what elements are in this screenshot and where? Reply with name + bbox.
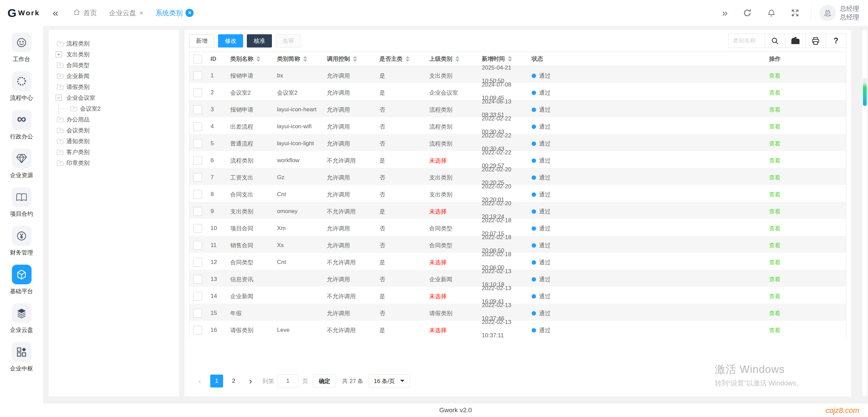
row-checkbox[interactable] — [193, 88, 202, 97]
view-link[interactable]: 查看 — [769, 309, 781, 317]
row-checkbox[interactable] — [193, 275, 202, 284]
tree-item[interactable]: +支出类别 — [56, 49, 179, 60]
close-icon[interactable]: × — [139, 10, 143, 16]
sidebar-item-企业中枢[interactable]: 企业中枢 — [10, 342, 33, 373]
page-button-2[interactable]: 2 — [227, 375, 240, 387]
column-header-4[interactable]: 调用控制 — [322, 55, 375, 63]
row-checkbox[interactable] — [193, 224, 202, 233]
row-checkbox[interactable] — [193, 207, 202, 216]
view-link[interactable]: 查看 — [769, 174, 781, 182]
user-name[interactable]: 总经理 总经理 — [840, 4, 859, 21]
view-link[interactable]: 查看 — [769, 326, 781, 334]
tab-home[interactable]: 首页 — [67, 0, 103, 26]
view-link[interactable]: 查看 — [769, 276, 781, 283]
row-checkbox[interactable] — [193, 156, 202, 165]
row-checkbox[interactable] — [193, 326, 202, 335]
column-header-3[interactable]: 类别简称 — [272, 55, 322, 63]
sort-icon[interactable] — [455, 56, 459, 62]
page-size-select[interactable]: 16 条/页 — [369, 375, 410, 387]
next-page-button[interactable]: › — [244, 375, 257, 387]
jump-page-input[interactable] — [277, 375, 298, 387]
view-link[interactable]: 查看 — [769, 259, 781, 266]
row-checkbox[interactable] — [193, 173, 202, 182]
tree-item[interactable]: 会议室2 — [56, 103, 179, 114]
sidebar-item-企业云盘[interactable]: 企业云盘 — [10, 303, 33, 334]
refresh-icon[interactable] — [743, 8, 752, 18]
fullscreen-icon[interactable] — [791, 8, 800, 17]
sidebar-collapse-icon[interactable]: « — [53, 8, 58, 18]
view-link[interactable]: 查看 — [769, 72, 781, 80]
user-avatar[interactable]: 总 — [820, 5, 836, 21]
sort-desc-icon[interactable] — [508, 59, 512, 62]
sort-icon[interactable] — [508, 56, 512, 62]
tab-system-category[interactable]: 系统类别× — [149, 0, 200, 26]
row-checkbox[interactable] — [193, 139, 202, 148]
notification-bell-icon[interactable] — [767, 8, 776, 17]
sort-desc-icon[interactable] — [455, 59, 459, 62]
print-icon[interactable] — [806, 34, 826, 48]
sidebar-item-行政办公[interactable]: ∞行政办公 — [10, 110, 33, 140]
search-icon[interactable] — [765, 34, 785, 48]
view-link[interactable]: 查看 — [769, 157, 781, 165]
vertical-scrollbar[interactable] — [862, 30, 867, 396]
column-header-2[interactable]: 类别名称 — [225, 55, 272, 63]
tree-item[interactable]: 印章类别 — [56, 157, 179, 168]
sort-asc-icon[interactable] — [406, 56, 410, 58]
tree-item[interactable]: 合同类型 — [56, 60, 179, 71]
add-button[interactable]: 新增 — [189, 34, 214, 48]
sort-asc-icon[interactable] — [508, 56, 512, 58]
tree-item[interactable]: 会议类别 — [56, 125, 179, 136]
view-link[interactable]: 查看 — [769, 292, 781, 300]
help-icon[interactable]: ? — [826, 34, 846, 48]
view-link[interactable]: 查看 — [769, 89, 781, 97]
row-checkbox[interactable] — [193, 258, 202, 267]
tree-item[interactable]: −企业会议室 — [56, 92, 179, 103]
expand-menu-icon[interactable]: » — [722, 8, 728, 18]
row-checkbox[interactable] — [193, 190, 202, 199]
tree-item[interactable]: 流程类别 — [56, 38, 179, 49]
view-link[interactable]: 查看 — [769, 225, 781, 232]
view-link[interactable]: 查看 — [769, 106, 781, 114]
column-header-6[interactable]: 上级类别 — [425, 55, 477, 63]
sort-icon[interactable] — [256, 56, 260, 62]
collapse-icon[interactable]: − — [56, 95, 62, 101]
tree-item[interactable]: 客户类别 — [56, 147, 179, 157]
tree-item[interactable]: 请假类别 — [56, 81, 179, 92]
page-button-1[interactable]: 1 — [210, 375, 223, 387]
sort-desc-icon[interactable] — [353, 59, 357, 62]
row-checkbox[interactable] — [193, 105, 202, 114]
sort-asc-icon[interactable] — [455, 56, 459, 58]
export-icon[interactable] — [785, 34, 806, 48]
confirm-button[interactable]: 确定 — [313, 375, 336, 387]
sort-asc-icon[interactable] — [353, 56, 357, 58]
column-header-7[interactable]: 新增时间 — [477, 55, 527, 63]
sidebar-item-基础平台[interactable]: 基础平台 — [10, 265, 33, 295]
sidebar-item-财务管理[interactable]: 财务管理 — [10, 226, 33, 257]
scrollbar-thumb[interactable] — [863, 78, 867, 106]
expand-icon[interactable]: + — [56, 51, 62, 57]
view-link[interactable]: 查看 — [769, 191, 781, 198]
sort-icon[interactable] — [406, 56, 410, 62]
approve-button[interactable]: 核准 — [247, 34, 272, 48]
sort-desc-icon[interactable] — [406, 59, 410, 62]
sort-desc-icon[interactable] — [256, 59, 260, 62]
row-checkbox[interactable] — [193, 71, 202, 80]
tree-item[interactable]: 办公用品 — [56, 114, 179, 125]
row-checkbox[interactable] — [193, 292, 202, 301]
sidebar-item-项目合约[interactable]: 项目合约 — [10, 187, 33, 218]
sidebar-item-流程中心[interactable]: 流程中心 — [10, 71, 33, 102]
column-header-5[interactable]: 是否主类 — [375, 55, 425, 63]
sort-desc-icon[interactable] — [303, 59, 307, 62]
sort-icon[interactable] — [303, 56, 307, 62]
sidebar-item-企业资源[interactable]: 企业资源 — [10, 149, 33, 179]
sort-asc-icon[interactable] — [256, 56, 260, 58]
sidebar-item-工作台[interactable]: 工作台 — [12, 33, 32, 63]
edit-button[interactable]: 修改 — [218, 34, 243, 48]
tree-item[interactable]: 通知类别 — [56, 136, 179, 147]
view-link[interactable]: 查看 — [769, 208, 781, 215]
tab-cloud-disk[interactable]: 企业云盘× — [103, 0, 150, 26]
row-checkbox[interactable] — [193, 122, 202, 131]
tree-item[interactable]: 企业新闻 — [56, 71, 179, 81]
select-all-checkbox[interactable] — [193, 55, 202, 63]
sort-asc-icon[interactable] — [303, 56, 307, 58]
